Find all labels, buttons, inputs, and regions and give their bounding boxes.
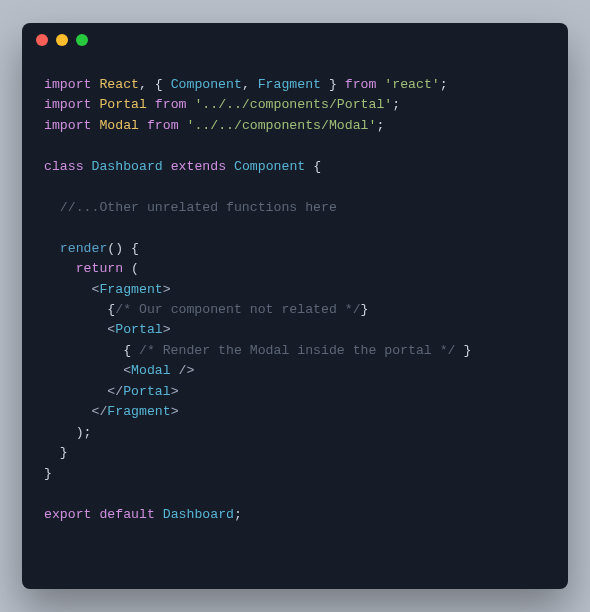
token-plain [84,159,92,174]
token-dim: /* Our component not related */ [115,302,360,317]
window-titlebar [22,23,568,57]
token-punc: ); [76,425,92,440]
token-plain [44,241,60,256]
token-tag: Fragment [99,282,162,297]
token-plain [44,445,60,460]
token-angle: > [163,282,171,297]
token-punc: ; [392,97,400,112]
token-angle: > [171,404,179,419]
token-tag: Portal [123,384,170,399]
token-punc: ; [376,118,384,133]
token-plain [44,322,107,337]
code-editor[interactable]: import React, { Component, Fragment } fr… [22,57,568,589]
token-kw: from [147,118,179,133]
token-plain [337,77,345,92]
minimize-icon[interactable] [56,34,68,46]
token-plain [305,159,313,174]
code-line: import React, { Component, Fragment } fr… [44,75,546,95]
token-brace: } [361,302,369,317]
token-fn: render [60,241,107,256]
code-line: class Dashboard extends Component { [44,157,546,177]
token-kw: import [44,118,91,133]
code-line [44,484,546,504]
code-line: </Fragment> [44,402,546,422]
token-cls: Fragment [258,77,321,92]
token-cls: Dashboard [92,159,163,174]
code-line: } [44,464,546,484]
code-line: import Portal from '../../components/Por… [44,95,546,115]
code-line: return ( [44,259,546,279]
token-def: Modal [99,118,139,133]
code-line: <Fragment> [44,280,546,300]
token-str: 'react' [384,77,439,92]
token-angle: </ [91,404,107,419]
code-line: ); [44,423,546,443]
token-brace: } [456,343,472,358]
token-tag: Fragment [107,404,170,419]
token-kw: extends [171,159,226,174]
token-plain [171,363,179,378]
token-cls: Component [234,159,305,174]
code-line: <Portal> [44,320,546,340]
code-line: export default Dashboard; [44,505,546,525]
code-line: { /* Render the Modal inside the portal … [44,341,546,361]
token-plain [44,282,91,297]
code-line: <Modal /> [44,361,546,381]
token-kw: import [44,77,91,92]
token-punc: , [242,77,258,92]
token-punc: ; [440,77,448,92]
editor-window: import React, { Component, Fragment } fr… [22,23,568,589]
token-str: '../../components/Portal' [194,97,392,112]
token-plain [44,261,76,276]
token-plain [147,97,155,112]
code-line: import Modal from '../../components/Moda… [44,116,546,136]
token-plain [44,343,123,358]
token-plain [155,507,163,522]
token-cls: Component [171,77,242,92]
code-line [44,177,546,197]
code-line: {/* Our component not related */} [44,300,546,320]
token-punc: , [139,77,155,92]
token-plain [139,118,147,133]
token-kw: from [155,97,187,112]
token-plain [44,425,76,440]
token-kw: from [345,77,377,92]
token-kw: default [99,507,154,522]
token-dim: //...Other unrelated functions here [44,200,337,215]
token-angle: /> [179,363,195,378]
close-icon[interactable] [36,34,48,46]
token-punc: ; [234,507,242,522]
token-plain [44,384,107,399]
token-plain [44,363,123,378]
token-plain [163,159,171,174]
token-cls: Dashboard [163,507,234,522]
token-brace: } [321,77,337,92]
token-dim: /* Render the Modal inside the portal */ [139,343,456,358]
token-punc: ( [131,261,139,276]
code-line: } [44,443,546,463]
code-line [44,218,546,238]
token-def: Portal [99,97,146,112]
token-def: React [99,77,139,92]
token-kw: import [44,97,91,112]
token-brace: { [123,343,139,358]
code-line: </Portal> [44,382,546,402]
code-line [44,136,546,156]
token-brace: { [313,159,321,174]
token-angle: < [123,363,131,378]
token-plain [226,159,234,174]
token-kw: class [44,159,84,174]
token-kw: return [76,261,123,276]
token-punc: () [107,241,131,256]
token-angle: </ [107,384,123,399]
code-line: //...Other unrelated functions here [44,198,546,218]
token-kw: export [44,507,91,522]
token-plain [44,404,91,419]
token-plain [123,261,131,276]
token-brace: { [131,241,139,256]
token-plain [44,302,107,317]
token-brace: { [155,77,171,92]
token-tag: Modal [131,363,171,378]
zoom-icon[interactable] [76,34,88,46]
token-tag: Portal [115,322,162,337]
